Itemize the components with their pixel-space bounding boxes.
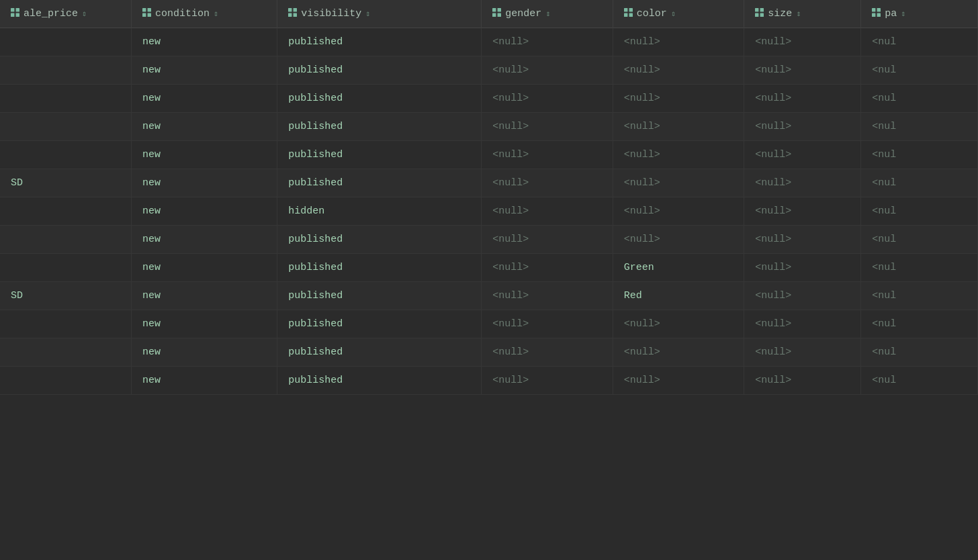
table-row[interactable]: newpublished<null><null><null><nul [0, 367, 978, 395]
svg-rect-27 [877, 13, 881, 17]
table-row[interactable]: SDnewpublished<null>Red<null><nul [0, 282, 978, 310]
cell-size: <null> [744, 226, 861, 254]
cell-condition: new [132, 338, 277, 367]
table-row[interactable]: newpublished<null><null><null><nul [0, 56, 978, 85]
table-row[interactable]: newpublished<null><null><null><nul [0, 338, 978, 367]
cell-size: <null> [744, 197, 861, 226]
cell-condition: new [132, 28, 277, 56]
sort-icon-gender: ⇕ [545, 10, 550, 18]
cell-visibility: published [277, 338, 482, 367]
cell-size: <null> [744, 254, 861, 282]
cell-sale-price [0, 28, 132, 56]
table-row[interactable]: newpublished<null><null><null><nul [0, 85, 978, 113]
svg-rect-6 [142, 13, 146, 17]
table-row[interactable]: newpublished<null>Green<null><nul [0, 254, 978, 282]
cell-pa: <nul [861, 28, 978, 56]
sort-icon-pa: ⇕ [901, 10, 905, 18]
cell-gender: <null> [482, 169, 613, 197]
cell-condition: new [132, 310, 277, 338]
col-label-visibility: visibility [301, 8, 361, 19]
cell-sale-price [0, 56, 132, 85]
table-row[interactable]: newpublished<null><null><null><nul [0, 28, 978, 56]
cell-condition: new [132, 254, 277, 282]
col-label-condition: condition [155, 8, 210, 19]
cell-visibility: published [277, 113, 482, 141]
cell-pa: <nul [861, 254, 978, 282]
cell-visibility: published [277, 85, 482, 113]
col-header-sale-price[interactable]: ale_price ⇕ [0, 0, 132, 28]
cell-sale-price [0, 310, 132, 338]
svg-rect-22 [755, 13, 758, 17]
cell-visibility: hidden [277, 197, 482, 226]
cell-color: <null> [613, 85, 744, 113]
cell-size: <null> [744, 56, 861, 85]
cell-gender: <null> [482, 85, 613, 113]
cell-color: <null> [613, 310, 744, 338]
col-label-size: size [768, 8, 792, 19]
table-row[interactable]: newpublished<null><null><null><nul [0, 226, 978, 254]
cell-color: <null> [613, 141, 744, 169]
svg-rect-2 [11, 13, 14, 17]
table-row[interactable]: newpublished<null><null><null><nul [0, 113, 978, 141]
table-header-row: ale_price ⇕ [0, 0, 978, 28]
cell-color: <null> [613, 56, 744, 85]
cell-sale-price: SD [0, 169, 132, 197]
svg-rect-17 [629, 8, 632, 11]
table-row[interactable]: SDnewpublished<null><null><null><nul [0, 169, 978, 197]
svg-rect-26 [872, 13, 875, 17]
svg-rect-21 [760, 8, 764, 11]
table-row[interactable]: newhidden<null><null><null><nul [0, 197, 978, 226]
cell-size: <null> [744, 169, 861, 197]
grid-icon-visibility [288, 8, 297, 19]
col-header-size[interactable]: size ⇕ [744, 0, 861, 28]
cell-size: <null> [744, 367, 861, 395]
svg-rect-20 [755, 8, 758, 11]
cell-pa: <nul [861, 141, 978, 169]
sort-icon-color: ⇕ [671, 10, 676, 18]
cell-condition: new [132, 226, 277, 254]
data-table: ale_price ⇕ [0, 0, 978, 560]
table-row[interactable]: newpublished<null><null><null><nul [0, 310, 978, 338]
sort-icon-condition: ⇕ [214, 10, 218, 18]
cell-color: <null> [613, 28, 744, 56]
svg-rect-15 [498, 13, 501, 17]
cell-pa: <nul [861, 197, 978, 226]
cell-size: <null> [744, 28, 861, 56]
cell-color: <null> [613, 169, 744, 197]
sort-icon-sale-price: ⇕ [82, 10, 87, 18]
svg-rect-5 [148, 8, 151, 11]
cell-pa: <nul [861, 113, 978, 141]
sort-icon-visibility: ⇕ [365, 10, 370, 18]
cell-pa: <nul [861, 226, 978, 254]
col-header-pa[interactable]: pa ⇕ [861, 0, 978, 28]
cell-gender: <null> [482, 254, 613, 282]
svg-rect-18 [624, 13, 627, 17]
cell-size: <null> [744, 85, 861, 113]
cell-gender: <null> [482, 141, 613, 169]
col-label-gender: gender [505, 8, 541, 19]
col-header-color[interactable]: color ⇕ [613, 0, 744, 28]
cell-pa: <nul [861, 56, 978, 85]
sort-icon-size: ⇕ [796, 10, 801, 18]
cell-size: <null> [744, 113, 861, 141]
cell-color: <null> [613, 338, 744, 367]
cell-sale-price [0, 141, 132, 169]
cell-size: <null> [744, 338, 861, 367]
svg-rect-13 [498, 8, 501, 11]
col-header-visibility[interactable]: visibility ⇕ [277, 0, 482, 28]
cell-pa: <nul [861, 338, 978, 367]
grid-icon-pa [872, 8, 881, 19]
cell-condition: new [132, 85, 277, 113]
cell-size: <null> [744, 310, 861, 338]
svg-rect-8 [288, 8, 292, 11]
grid-icon-gender [492, 8, 501, 19]
cell-size: <null> [744, 141, 861, 169]
cell-color: <null> [613, 226, 744, 254]
cell-visibility: published [277, 254, 482, 282]
cell-gender: <null> [482, 56, 613, 85]
col-header-gender[interactable]: gender ⇕ [482, 0, 613, 28]
cell-visibility: published [277, 310, 482, 338]
cell-sale-price: SD [0, 282, 132, 310]
col-header-condition[interactable]: condition ⇕ [132, 0, 277, 28]
table-row[interactable]: newpublished<null><null><null><nul [0, 141, 978, 169]
